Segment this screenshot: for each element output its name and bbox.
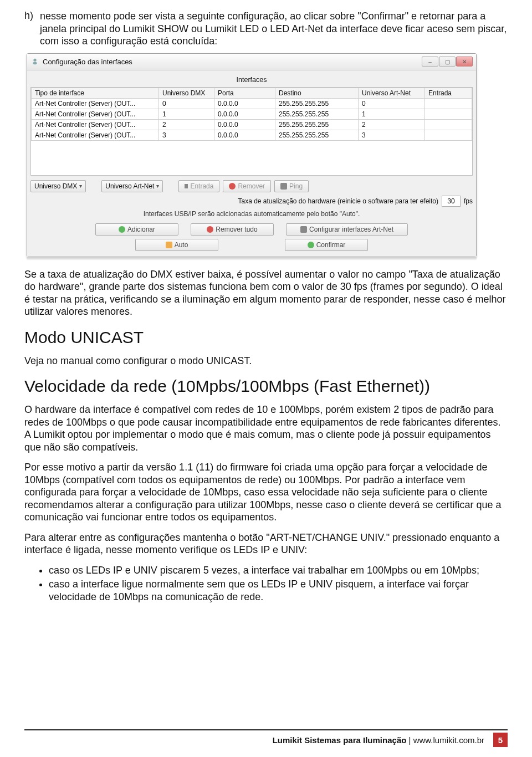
svg-point-0: [33, 59, 36, 62]
cell: 1: [359, 109, 425, 119]
table-row[interactable]: Art-Net Controller (Server) (OUT...30.0.…: [32, 130, 472, 140]
bullet-list: caso os LEDs IP e UNIV piscarem 5 vezes,…: [24, 564, 508, 603]
cell: 0.0.0.0: [214, 109, 275, 119]
auto-button[interactable]: Auto: [135, 239, 218, 251]
page-number: 5: [493, 733, 508, 747]
window-titlebar: Configuração das interfaces – ▢ ✕: [27, 54, 476, 70]
button-label: Configurar interfaces Art-Net: [309, 226, 393, 233]
col-destino[interactable]: Destino: [275, 88, 359, 98]
arrow-left-icon: [185, 184, 188, 188]
col-porta[interactable]: Porta: [214, 88, 275, 98]
cell: 0.0.0.0: [214, 119, 275, 130]
dropdown-universo-dmx[interactable]: Universo DMX ▾: [30, 180, 86, 192]
list-item: caso os LEDs IP e UNIV piscarem 5 vezes,…: [49, 564, 508, 577]
entrada-button[interactable]: Entrada: [178, 180, 219, 192]
col-udmx[interactable]: Universo DMX: [159, 88, 214, 98]
col-tipo[interactable]: Tipo de interface: [32, 88, 159, 98]
remover-tudo-button[interactable]: Remover tudo: [191, 223, 274, 236]
ping-icon: [280, 183, 287, 190]
cell: 0.0.0.0: [214, 98, 275, 109]
paragraph-vel1: O hardware da interface é compatível com…: [24, 403, 508, 453]
button-label: Remover: [238, 182, 265, 190]
remove-icon: [229, 183, 236, 190]
cell: 2: [159, 119, 214, 130]
cell: 1: [159, 109, 214, 119]
chevron-down-icon: ▾: [156, 183, 159, 189]
interfaces-table-wrap: Tipo de interface Universo DMX Porta Des…: [30, 87, 473, 176]
heading-velocidade: Velocidade da rede (10Mpbs/100Mbps (Fast…: [24, 377, 508, 396]
cell: Art-Net Controller (Server) (OUT...: [32, 98, 159, 109]
heading-unicast: Modo UNICAST: [24, 328, 508, 347]
cell: 0: [159, 98, 214, 109]
footer-sep: |: [406, 735, 413, 745]
close-button[interactable]: ✕: [456, 57, 473, 67]
bottom-button-row-2: Auto Confirmar: [30, 239, 473, 251]
check-icon: [308, 242, 314, 248]
page-footer: Lumikit Sistemas para Iluminação | www.l…: [24, 729, 508, 747]
chevron-down-icon: ▾: [79, 183, 82, 189]
cell: Art-Net Controller (Server) (OUT...: [32, 130, 159, 140]
table-row[interactable]: Art-Net Controller (Server) (OUT...20.0.…: [32, 119, 472, 130]
fps-label: Taxa de atualização do hardware (reinici…: [238, 197, 438, 205]
window-title: Configuração das interfaces: [43, 58, 422, 66]
cell: 255.255.255.255: [275, 98, 359, 109]
button-label: Entrada: [190, 182, 213, 190]
cell: 3: [359, 130, 425, 140]
paragraph-taxa: Se a taxa de atualização do DMX estiver …: [24, 268, 508, 318]
maximize-button[interactable]: ▢: [439, 57, 456, 67]
col-entrada[interactable]: Entrada: [425, 88, 472, 98]
config-artnet-button[interactable]: Configurar interfaces Art-Net: [286, 223, 408, 236]
list-item: caso a interface ligue normalmente sem q…: [49, 578, 508, 603]
fps-input[interactable]: [442, 196, 461, 207]
svg-rect-1: [33, 62, 37, 64]
footer-brand: Lumikit Sistemas para Iluminação: [273, 735, 407, 745]
cell: 255.255.255.255: [275, 109, 359, 119]
remover-button[interactable]: Remover: [223, 180, 271, 192]
button-label: Remover tudo: [216, 226, 257, 233]
bottom-button-row: Adicionar Remover tudo Configurar interf…: [30, 223, 473, 236]
section-subtitle: Interfaces: [30, 76, 473, 84]
button-label: Ping: [289, 182, 303, 190]
remove-icon: [207, 226, 213, 233]
ping-button[interactable]: Ping: [274, 180, 309, 192]
cell: [425, 109, 472, 119]
confirmar-button[interactable]: Confirmar: [285, 239, 368, 251]
list-marker: h): [24, 10, 40, 48]
button-label: Confirmar: [316, 241, 346, 249]
plus-icon: [119, 226, 125, 233]
button-label: Adicionar: [127, 226, 155, 233]
list-item-text: nesse momento pode ser vista a seguinte …: [40, 10, 508, 48]
cell: 0.0.0.0: [214, 130, 275, 140]
interfaces-table: Tipo de interface Universo DMX Porta Des…: [31, 88, 472, 141]
fps-row: Taxa de atualização do hardware (reinici…: [30, 196, 473, 207]
cell: Art-Net Controller (Server) (OUT...: [32, 119, 159, 130]
paragraph-vel2: Por esse motivo a partir da versão 1.1 (…: [24, 461, 508, 524]
table-row[interactable]: Art-Net Controller (Server) (OUT...10.0.…: [32, 109, 472, 119]
cell: [425, 98, 472, 109]
table-row[interactable]: Art-Net Controller (Server) (OUT...00.0.…: [32, 98, 472, 109]
cell: 2: [359, 119, 425, 130]
cell: 3: [159, 130, 214, 140]
screenshot-window: Configuração das interfaces – ▢ ✕ Interf…: [27, 53, 477, 260]
col-uan[interactable]: Universo Art-Net: [359, 88, 425, 98]
star-icon: [166, 242, 172, 248]
adicionar-button[interactable]: Adicionar: [95, 223, 178, 236]
list-item-h: h) nesse momento pode ser vista a seguin…: [24, 10, 508, 48]
cell: 255.255.255.255: [275, 119, 359, 130]
footer-url: www.lumikit.com.br: [413, 735, 484, 745]
cell: [425, 119, 472, 130]
hint-usb: Interfaces USB/IP serão adicionadas auto…: [30, 210, 473, 218]
paragraph-unicast: Veja no manual como configurar o modo UN…: [24, 355, 508, 367]
cell: 255.255.255.255: [275, 130, 359, 140]
cell: 0: [359, 98, 425, 109]
footer-text: Lumikit Sistemas para Iluminação | www.l…: [273, 735, 484, 745]
minimize-button[interactable]: –: [422, 57, 438, 67]
cell: Art-Net Controller (Server) (OUT...: [32, 109, 159, 119]
cell: [425, 130, 472, 140]
dropdown-universo-artnet[interactable]: Universo Art-Net ▾: [101, 180, 163, 192]
artnet-icon: [300, 226, 307, 233]
paragraph-vel3: Para alterar entre as configurações mant…: [24, 531, 508, 556]
button-label: Auto: [175, 241, 188, 249]
fps-unit: fps: [464, 197, 473, 205]
controls-row: Universo DMX ▾ Universo Art-Net ▾ Entrad…: [30, 180, 473, 192]
